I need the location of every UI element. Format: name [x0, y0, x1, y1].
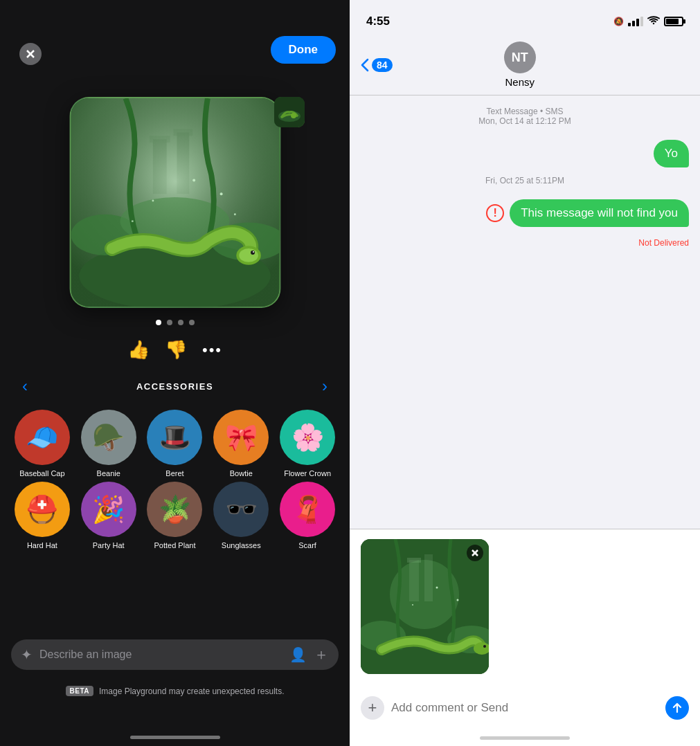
dot-2: [167, 320, 172, 325]
dot-4: [189, 320, 195, 325]
baseball-cap-circle: 🧢: [15, 410, 70, 465]
potted-plant-label: Potted Plant: [154, 541, 196, 549]
message-row-yo: Yo: [361, 140, 689, 167]
svg-point-17: [192, 179, 195, 181]
message-row-failed: ! This message will not find you: [361, 199, 689, 227]
accessory-sunglasses[interactable]: 🕶️ Sunglasses: [210, 482, 272, 549]
svg-point-37: [457, 599, 459, 601]
accessories-section: ‹ ACCESSORIES › 🧢 Baseball Cap 🪖 Beanie …: [0, 374, 350, 549]
bowtie-label: Bowtie: [230, 469, 253, 477]
sunglasses-circle: 🕶️: [213, 482, 269, 537]
contact-center: NT Nensy: [504, 42, 536, 88]
beret-circle: 🎩: [147, 410, 202, 465]
compose-input[interactable]: [391, 701, 658, 715]
status-time: 4:55: [366, 15, 390, 28]
prev-category-button[interactable]: ‹: [17, 374, 33, 399]
nav-bar: 84 NT Nensy: [350, 37, 700, 95]
status-icons: 🔕: [613, 16, 683, 28]
bowtie-circle: 🎀: [213, 410, 269, 465]
svg-point-19: [219, 192, 222, 195]
accessory-potted-plant[interactable]: 🪴 Potted Plant: [144, 482, 206, 549]
signal-bar-1: [628, 23, 631, 26]
page-dots: [156, 320, 195, 325]
accessory-hard-hat[interactable]: ⛑️ Hard Hat: [11, 482, 73, 549]
accessories-title: ACCESSORIES: [136, 381, 213, 392]
feedback-row: 👍 👎 •••: [127, 339, 222, 361]
sunglasses-label: Sunglasses: [222, 541, 261, 549]
remove-image-button[interactable]: [467, 545, 483, 561]
beret-label: Beret: [165, 469, 183, 477]
accessory-party-hat[interactable]: 🎉 Party Hat: [78, 482, 140, 549]
potted-plant-circle: 🪴: [147, 482, 202, 537]
accessories-header: ‹ ACCESSORIES ›: [7, 374, 343, 399]
back-badge: 84: [372, 58, 393, 72]
status-bar: 4:55 🔕: [350, 0, 700, 37]
accessory-scarf[interactable]: 🧣 Scarf: [276, 482, 339, 549]
signal-bar-2: [632, 21, 635, 26]
compose-row: +: [361, 696, 689, 720]
add-icon[interactable]: ＋: [314, 644, 329, 665]
describe-icon: ✦: [21, 646, 33, 663]
send-button[interactable]: [665, 696, 689, 720]
left-panel: Done: [0, 0, 350, 746]
party-hat-label: Party Hat: [93, 541, 125, 549]
svg-point-18: [152, 200, 154, 202]
timestamp-2: Fri, Oct 25 at 5:11PM: [361, 176, 689, 185]
scarf-label: Scarf: [298, 541, 316, 549]
done-button[interactable]: Done: [271, 36, 336, 64]
flower-crown-circle: 🌸: [280, 410, 335, 465]
accessory-beret[interactable]: 🎩 Beret: [144, 410, 206, 477]
message-bubble-failed: This message will not find you: [510, 199, 689, 227]
accessory-beanie[interactable]: 🪖 Beanie: [78, 410, 140, 477]
attached-image: [361, 539, 489, 674]
describe-bar[interactable]: ✦ Describe an image 👤 ＋: [11, 639, 339, 670]
svg-point-24: [291, 113, 296, 118]
contact-name: Nensy: [505, 76, 535, 88]
battery-icon: [664, 17, 683, 26]
compose-add-button[interactable]: +: [361, 696, 384, 720]
accessory-baseball-cap[interactable]: 🧢 Baseball Cap: [11, 410, 73, 477]
back-button[interactable]: 84: [361, 58, 393, 72]
compose-area: +: [350, 529, 700, 729]
hard-hat-label: Hard Hat: [27, 541, 57, 549]
error-icon[interactable]: !: [486, 204, 504, 222]
not-delivered-label: Not Delivered: [361, 238, 689, 248]
battery-fill: [666, 19, 679, 24]
accessory-bowtie[interactable]: 🎀 Bowtie: [210, 410, 272, 477]
right-panel: 4:55 🔕: [350, 0, 700, 746]
close-button[interactable]: [19, 43, 42, 65]
dot-1: [156, 320, 161, 325]
beta-bar: BETA Image Playground may create unexpec…: [0, 686, 350, 696]
signal-bar-3: [636, 19, 639, 26]
timestamp-1: Text Message • SMS Mon, Oct 14 at 12:12 …: [361, 107, 689, 126]
svg-point-35: [436, 587, 438, 589]
beta-text: Image Playground may create unexpected r…: [99, 686, 284, 696]
svg-point-15: [251, 251, 255, 255]
beanie-label: Beanie: [97, 469, 120, 477]
describe-placeholder: Describe an image: [39, 648, 282, 661]
svg-point-16: [253, 251, 254, 253]
small-avatar: [274, 97, 305, 127]
contact-avatar[interactable]: NT: [504, 42, 536, 73]
svg-point-36: [412, 604, 413, 606]
svg-point-20: [131, 220, 133, 222]
home-indicator-right: [350, 729, 700, 746]
hard-hat-circle: ⛑️: [15, 482, 70, 537]
thumbs-down-icon[interactable]: 👎: [165, 339, 187, 361]
dot-3: [178, 320, 183, 325]
accessory-flower-crown[interactable]: 🌸 Flower Crown: [276, 410, 339, 477]
bell-icon: 🔕: [613, 17, 624, 26]
message-bubble-yo: Yo: [654, 140, 689, 167]
more-icon[interactable]: •••: [202, 341, 222, 359]
home-indicator-bar: [480, 736, 570, 740]
beanie-circle: 🪖: [81, 410, 136, 465]
svg-point-34: [483, 645, 486, 648]
thumbs-up-icon[interactable]: 👍: [127, 339, 150, 361]
messages-area: Text Message • SMS Mon, Oct 14 at 12:12 …: [350, 95, 700, 529]
snake-image: [69, 97, 280, 308]
wifi-icon: [647, 16, 660, 28]
svg-point-14: [239, 248, 258, 262]
accessories-grid-row1: 🧢 Baseball Cap 🪖 Beanie 🎩 Beret 🎀 Bowtie…: [7, 410, 343, 549]
next-category-button[interactable]: ›: [316, 374, 333, 399]
person-icon[interactable]: 👤: [289, 646, 307, 663]
